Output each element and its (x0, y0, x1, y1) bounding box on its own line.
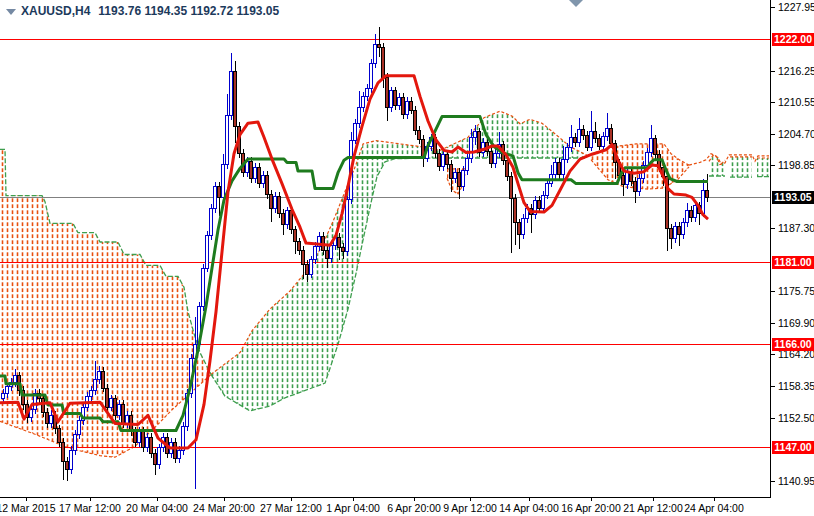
time-label: 17 Mar 12:00 (59, 502, 121, 514)
time-label: 21 Apr 12:00 (623, 502, 683, 514)
time-label: 6 Apr 20:00 (387, 502, 441, 514)
price-tick (771, 386, 775, 387)
price-tick (771, 7, 775, 8)
time-label: 27 Mar 12:00 (260, 502, 322, 514)
time-label: 24 Mar 20:00 (193, 502, 255, 514)
symbol-dropdown-arrow-icon[interactable] (6, 9, 16, 15)
time-axis[interactable]: 12 Mar 201517 Mar 12:0020 Mar 04:0024 Ma… (0, 497, 770, 516)
price-tick-label: 1216.25 (778, 65, 814, 77)
sr-price-badge: 1181.00 (772, 256, 814, 269)
symbol-period-label: XAUUSD,H4 (21, 4, 90, 18)
chart-shift-marker-icon[interactable] (569, 0, 583, 7)
time-label: 16 Apr 20:00 (561, 502, 621, 514)
price-tick (771, 291, 775, 292)
chart-drawing (0, 0, 770, 497)
time-tick (591, 498, 592, 501)
price-tick (771, 165, 775, 166)
time-tick (353, 498, 354, 501)
price-tick (771, 71, 775, 72)
price-tick (771, 354, 775, 355)
price-tick-label: 1210.55 (778, 96, 814, 108)
time-tick (224, 498, 225, 501)
time-tick (291, 498, 292, 501)
time-tick (470, 498, 471, 501)
price-tick-label: 1204.70 (778, 128, 814, 140)
price-axis[interactable]: 1227.951216.251210.551204.701198.851187.… (770, 0, 814, 498)
mt4-chart-window: { "title": { "symbol_period": "XAUUSD,H4… (0, 0, 814, 516)
price-tick-label: 1140.95 (778, 475, 814, 487)
time-tick (414, 498, 415, 501)
time-label: 14 Apr 04:00 (499, 502, 559, 514)
price-tick (771, 481, 775, 482)
price-tick (771, 228, 775, 229)
time-tick (157, 498, 158, 501)
time-label: 12 Mar 2015 (0, 502, 55, 514)
ohlc-values: 1193.76 1194.35 1192.72 1193.05 (98, 4, 279, 18)
sr-price-badge: 1222.00 (772, 33, 814, 46)
price-tick (771, 323, 775, 324)
time-label: 1 Apr 04:00 (326, 502, 380, 514)
price-tick-label: 1158.35 (778, 380, 814, 392)
time-label: 24 Apr 04:00 (684, 502, 744, 514)
time-tick (653, 498, 654, 501)
chart-title: XAUUSD,H41193.76 1194.35 1192.72 1193.05 (6, 4, 279, 18)
price-tick-label: 1175.75 (778, 285, 814, 297)
price-tick (771, 102, 775, 103)
chart-canvas[interactable]: XAUUSD,H41193.76 1194.35 1192.72 1193.05 (0, 0, 770, 497)
price-tick-label: 1169.90 (778, 317, 814, 329)
price-tick (771, 418, 775, 419)
price-tick-label: 1187.30 (778, 222, 814, 234)
current-price-badge: 1193.05 (772, 191, 814, 204)
time-label: 9 Apr 12:00 (443, 502, 497, 514)
time-tick (714, 498, 715, 501)
time-tick (90, 498, 91, 501)
sr-price-badge: 1147.00 (772, 441, 814, 454)
price-tick-label: 1227.95 (778, 1, 814, 13)
time-tick (529, 498, 530, 501)
price-tick-label: 1152.50 (778, 412, 814, 424)
time-tick (26, 498, 27, 501)
sr-price-badge: 1166.00 (772, 338, 814, 351)
time-label: 20 Mar 04:00 (126, 502, 188, 514)
price-tick-label: 1198.85 (778, 159, 814, 171)
price-tick (771, 134, 775, 135)
